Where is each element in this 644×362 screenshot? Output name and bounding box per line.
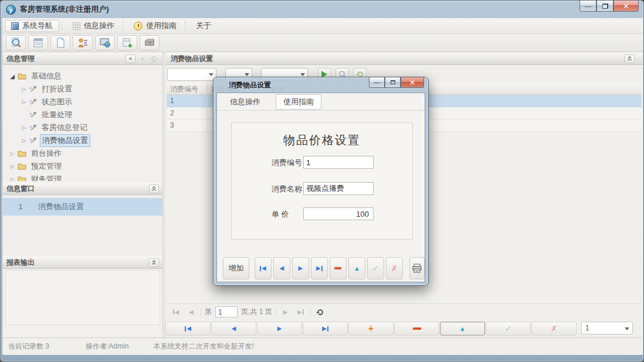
dialog-minimize-button[interactable]: — xyxy=(369,77,385,88)
add-record-button[interactable]: 增加 xyxy=(223,257,249,279)
edit-record-button[interactable]: ▲ xyxy=(348,257,365,279)
tree-collapsed-icon[interactable]: ▷ xyxy=(21,99,28,105)
record-cancel-button[interactable]: ✗ xyxy=(531,322,577,336)
tree-item-status[interactable]: ▷ 状态图示 xyxy=(3,95,162,108)
plus-icon: + xyxy=(368,324,374,333)
page-first-button[interactable]: ◀ xyxy=(170,306,182,318)
tree-collapsed-icon[interactable]: ▷ xyxy=(21,125,28,131)
minimize-button[interactable]: — xyxy=(579,1,596,12)
refresh-icon[interactable] xyxy=(149,54,159,63)
tree-label[interactable]: 基础信息 xyxy=(29,70,63,82)
delete-record-button[interactable] xyxy=(330,257,347,279)
nav-prev-button[interactable]: ◀ xyxy=(273,257,290,279)
status-bar: 当前记录数 3 操作者:Admin 本系统支持二次开发和全新开发! xyxy=(2,337,643,355)
tree-collapsed-icon[interactable]: ▷ xyxy=(9,151,16,156)
record-add-button[interactable]: + xyxy=(348,322,394,336)
post-record-button[interactable]: ✓ xyxy=(367,257,384,279)
report-button[interactable] xyxy=(28,35,48,50)
consume-name-input[interactable] xyxy=(303,182,374,195)
tree-label[interactable]: 批量处理 xyxy=(40,109,74,121)
tab-guide[interactable]: 使用指南 xyxy=(276,94,321,110)
tree-collapsed-icon[interactable]: ▷ xyxy=(21,86,28,92)
search-button[interactable] xyxy=(6,35,26,50)
close-button[interactable]: ✕ xyxy=(614,1,639,12)
tree-item-basic-info[interactable]: ◢ 基础信息 xyxy=(3,70,162,83)
record-count-select[interactable]: 1 xyxy=(581,322,633,334)
restore-button[interactable] xyxy=(596,1,614,12)
tree-item-room-register[interactable]: ▷ 客房信息登记 xyxy=(3,121,162,134)
page-number-input[interactable] xyxy=(215,306,238,317)
menu-item-guide[interactable]: 使用指南 xyxy=(128,20,182,32)
tree-collapsed-icon[interactable]: ▷ xyxy=(9,176,16,181)
new-document-button[interactable] xyxy=(50,35,70,50)
first-icon: ◀ xyxy=(185,326,191,332)
report-output-area xyxy=(5,270,160,325)
record-delete-button[interactable] xyxy=(394,322,439,336)
collapse-panel-button[interactable] xyxy=(149,258,159,267)
collapse-sidebar-button[interactable]: « xyxy=(126,54,135,63)
tree-item-finance[interactable]: ▷ 财务管理 xyxy=(3,173,162,181)
export-data-button[interactable] xyxy=(117,35,137,50)
monitor-globe-button[interactable] xyxy=(95,35,115,50)
menu-item-about[interactable]: 关于 xyxy=(190,20,217,32)
report-icon xyxy=(32,37,44,49)
cancel-record-button[interactable]: ✗ xyxy=(386,257,403,279)
tree-label[interactable]: 财务管理 xyxy=(29,173,63,181)
x-icon: ✗ xyxy=(551,324,558,333)
user-stats-button[interactable] xyxy=(73,35,93,50)
tree-label[interactable]: 预定管理 xyxy=(29,160,63,172)
menu-label: 使用指南 xyxy=(146,21,177,31)
add-icon[interactable]: ＋ xyxy=(137,54,147,63)
nav-last-button[interactable]: ▶ xyxy=(311,257,328,279)
page-last-button[interactable]: ▶ xyxy=(295,306,307,318)
page-prev-button[interactable]: ◀ xyxy=(185,306,197,318)
left-sidebar: 信息管理 « ＋ ◢ 基础信息 ▷ 打折设置 xyxy=(3,52,163,337)
tree-label[interactable]: 打折设置 xyxy=(40,83,74,95)
info-window-row[interactable]: 1 消费物品设置 xyxy=(3,198,162,216)
tree-item-front-desk[interactable]: ▷ 前台操作 xyxy=(3,147,162,160)
collapse-main-button[interactable] xyxy=(625,54,635,63)
unit-price-input[interactable] xyxy=(303,207,374,220)
tree-collapsed-icon[interactable]: ▷ xyxy=(9,163,16,169)
page-refresh-button[interactable] xyxy=(314,306,326,318)
menu-item-info-ops[interactable]: 信息操作 xyxy=(67,20,120,32)
tree-label[interactable]: 状态图示 xyxy=(40,96,74,108)
nav-next-button[interactable]: ▶ xyxy=(292,257,309,279)
menu-item-system-nav[interactable]: 系统导航 xyxy=(5,20,59,32)
record-first-button[interactable]: ◀ xyxy=(165,322,211,336)
filter-field-select[interactable] xyxy=(167,68,216,81)
info-mgmt-title: 信息管理 xyxy=(6,54,35,64)
record-edit-button[interactable]: ▲ xyxy=(440,322,485,336)
dialog-maximize-button[interactable] xyxy=(385,77,401,88)
collapse-panel-button[interactable] xyxy=(149,185,159,193)
tree-collapsed-icon[interactable]: ▷ xyxy=(21,138,28,144)
operator-status: 操作者:Admin xyxy=(86,341,128,351)
dialog-close-button[interactable]: ✕ xyxy=(401,77,424,88)
record-post-button[interactable]: ✓ xyxy=(486,322,531,336)
tree-label[interactable]: 客房信息登记 xyxy=(40,122,89,134)
tree-item-batch[interactable]: 批量处理 xyxy=(3,108,162,121)
consume-id-input[interactable] xyxy=(303,156,374,169)
record-count-value: 1 xyxy=(585,324,589,332)
record-last-button[interactable]: ▶ xyxy=(303,322,348,336)
folder-icon xyxy=(18,163,26,170)
page-next-button[interactable]: ▶ xyxy=(280,306,292,318)
print-button[interactable] xyxy=(409,257,425,279)
tree-item-reservation[interactable]: ▷ 预定管理 xyxy=(3,160,162,173)
tab-info-ops[interactable]: 信息操作 xyxy=(223,95,267,109)
archive-button[interactable] xyxy=(140,35,160,50)
price-settings-groupbox: 物品价格设置 消费编号 消费名称 单 价 xyxy=(231,122,413,240)
tree-label-selected[interactable]: 消费物品设置 xyxy=(40,134,90,147)
menu-label: 系统导航 xyxy=(22,21,53,31)
tree-expanded-icon[interactable]: ◢ xyxy=(9,73,16,80)
monitor-globe-icon xyxy=(99,37,111,49)
nav-first-button[interactable]: ◀ xyxy=(255,257,272,279)
tree-item-consume-settings[interactable]: ▷ 消费物品设置 xyxy=(3,134,162,147)
tree-label[interactable]: 前台操作 xyxy=(29,148,63,159)
menu-separator xyxy=(185,21,185,30)
column-header-id[interactable]: 消费编号 xyxy=(167,83,208,94)
record-next-button[interactable]: ▶ xyxy=(257,322,302,336)
tree-item-discount[interactable]: ▷ 打折设置 xyxy=(3,83,162,95)
record-prev-button[interactable]: ◀ xyxy=(211,322,256,336)
menu-bar: 系统导航 信息操作 使用指南 关于 xyxy=(2,18,643,34)
